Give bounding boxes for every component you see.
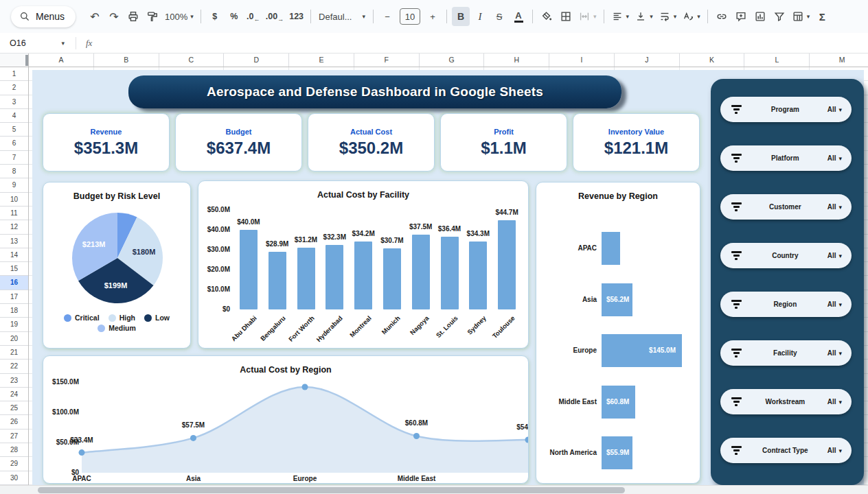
format-currency-button[interactable]: $ [206,7,224,26]
kpi-card-budget[interactable]: Budget$637.4M [175,113,302,172]
row-header-4[interactable]: 4 [0,109,28,123]
horizontal-align-button[interactable]: ▾ [609,7,632,26]
row-header-19[interactable]: 19 [0,318,28,331]
table-tools-button[interactable]: ▾ [790,7,812,26]
row-header-21[interactable]: 21 [0,346,28,360]
row-header-28[interactable]: 28 [0,443,28,457]
increase-font-size-button[interactable]: + [424,7,442,26]
format-percent-button[interactable]: % [225,7,243,26]
row-header-18[interactable]: 18 [0,304,28,318]
row-header-26[interactable]: 26 [0,415,28,429]
revenue-region-chart-panel[interactable]: Revenue by Region APACAsia$56.2MEurope$1… [536,182,700,484]
column-header-M[interactable]: M [810,54,868,67]
filter-pill-workstream[interactable]: WorkstreamAll▾ [720,389,852,414]
insert-comment-button[interactable] [732,7,750,26]
menus-search[interactable]: Menus [11,6,76,27]
row-header-6[interactable]: 6 [0,137,28,150]
column-header-L[interactable]: L [744,54,810,67]
horizontal-scrollbar-thumb[interactable] [38,487,625,493]
filter-pill-facility[interactable]: FacilityAll▾ [720,340,852,366]
row-header-5[interactable]: 5 [0,123,28,137]
row-header-9[interactable]: 9 [0,178,28,192]
row-header-20[interactable]: 20 [0,332,28,346]
insert-link-button[interactable] [713,7,731,26]
font-size-input[interactable]: 10 [400,8,420,25]
column-header-D[interactable]: D [224,54,289,67]
filter-pill-contract-type[interactable]: Contract TypeAll▾ [720,438,852,463]
filter-pill-customer[interactable]: CustomerAll▾ [720,194,852,220]
kpi-card-actual-cost[interactable]: Actual Cost$350.2M [308,113,435,172]
dashboard-title-banner[interactable]: Aerospace and Defense Dashboard in Googl… [128,75,621,108]
column-header-J[interactable]: J [615,54,680,67]
row-header-29[interactable]: 29 [0,457,28,471]
row-header-14[interactable]: 14 [0,248,28,262]
row-header-23[interactable]: 23 [0,374,28,388]
pie-chart-panel[interactable]: Budget by Risk Level $180M$199M$213M Cri… [43,182,191,349]
strikethrough-button[interactable]: S [490,7,508,26]
column-header-I[interactable]: I [549,54,615,67]
italic-button[interactable]: I [471,7,489,26]
column-header-A[interactable]: A [29,54,94,67]
row-header-24[interactable]: 24 [0,388,28,401]
text-color-button[interactable]: A [510,7,527,26]
functions-button[interactable]: Σ [813,7,831,26]
text-wrap-button[interactable]: ▾ [656,7,679,26]
horizontal-scrollbar[interactable] [0,485,868,494]
column-header-E[interactable]: E [289,54,354,67]
filter-pill-platform[interactable]: PlatformAll▾ [720,145,852,171]
row-header-16[interactable]: 16 [0,276,28,290]
column-header-C[interactable]: C [159,54,225,67]
undo-button[interactable]: ↶ [86,7,104,26]
row-header-13[interactable]: 13 [0,235,28,248]
increase-decimal-button[interactable]: .00→ [264,7,286,26]
row-header-3[interactable]: 3 [0,95,28,109]
row-header-27[interactable]: 27 [0,430,28,443]
row-header-12[interactable]: 12 [0,220,28,234]
insert-chart-button[interactable] [751,7,769,26]
column-header-K[interactable]: K [680,54,745,67]
vertical-align-button[interactable]: ▾ [632,7,655,26]
facility-bar-chart-panel[interactable]: Actual Cost by Facility $0$10.0M$20.0M$3… [198,180,529,349]
row-header-8[interactable]: 8 [0,165,28,178]
font-family-select[interactable]: Defaul... ▾ [316,7,368,26]
row-header-7[interactable]: 7 [0,151,28,165]
name-box[interactable]: O16 ▾ [0,38,71,48]
print-button[interactable] [124,7,142,26]
create-filter-button[interactable] [770,7,788,26]
decrease-decimal-button[interactable]: .0← [244,7,262,26]
kpi-card-profit[interactable]: Profit$1.1M [440,113,567,172]
text-rotation-button[interactable]: ▾ [680,7,703,26]
more-formats-button[interactable]: 123 [287,7,306,26]
row-header-11[interactable]: 11 [0,207,28,220]
merge-cells-button[interactable]: ▾ [576,7,599,26]
column-header-F[interactable]: F [354,54,420,67]
kpi-card-inventory-value[interactable]: Inventory Value$121.1M [573,113,700,172]
paint-format-button[interactable] [144,7,161,26]
cost-region-area-chart-panel[interactable]: Actual Cost by Region $0$50.0M$100.0M$15… [43,355,529,484]
column-header-G[interactable]: G [420,54,485,67]
kpi-card-revenue[interactable]: Revenue$351.3M [43,113,170,172]
row-header-15[interactable]: 15 [0,262,28,276]
row-header-17[interactable]: 17 [0,290,28,304]
column-header-B[interactable]: B [94,54,159,67]
bold-button[interactable]: B [452,7,470,26]
row-header-1[interactable]: 1 [0,67,28,81]
zoom-control[interactable]: 100% ▾ [163,7,196,26]
row-header-30[interactable]: 30 [0,471,28,485]
row-header-25[interactable]: 25 [0,401,28,415]
filter-pill-program[interactable]: ProgramAll▾ [720,97,852,122]
borders-button[interactable] [557,7,575,26]
grid-cells-area[interactable]: Aerospace and Defense Dashboard in Googl… [29,67,868,485]
fill-color-button[interactable] [538,7,556,26]
filter-pill-region[interactable]: RegionAll▾ [720,292,852,317]
row-header-2[interactable]: 2 [0,81,28,95]
pie-legend: CriticalHighLowMedium [49,314,185,332]
select-all-corner[interactable] [0,54,29,67]
filter-pill-country[interactable]: CountryAll▾ [720,243,852,268]
redo-button[interactable]: ↷ [105,7,123,26]
column-header-H[interactable]: H [484,54,549,67]
decrease-font-size-button[interactable]: − [378,7,396,26]
row-header-22[interactable]: 22 [0,360,28,373]
separator [201,10,201,23]
row-header-10[interactable]: 10 [0,193,28,207]
